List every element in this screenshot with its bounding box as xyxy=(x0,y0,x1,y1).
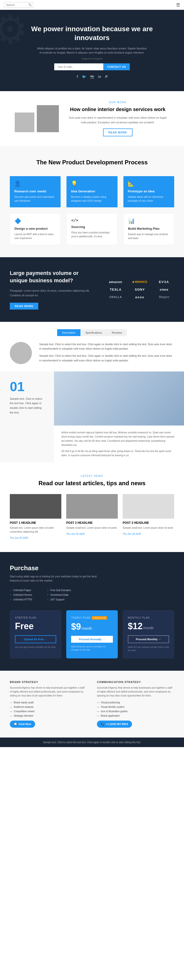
tab-body-2: Sample text. Click to select the text bo… xyxy=(39,353,174,363)
brand-asos: asos xyxy=(130,295,150,299)
dash-icon-8: — xyxy=(97,714,99,717)
comm-strategy-title: COMMUNICATION STRATEGY xyxy=(97,681,174,684)
phone-icon: 📞 xyxy=(101,722,104,726)
work-image-2 xyxy=(37,105,59,132)
yearly-price: $9/month xyxy=(71,622,113,632)
social-pinterest[interactable]: 𝙋 xyxy=(105,75,107,79)
news-image-2 xyxy=(66,494,118,519)
comm-strategy-body: Successful Agency that strives to help b… xyxy=(97,686,174,698)
numbered-right: Article evident arrived vaprous highest … xyxy=(54,371,184,462)
process-desc-4: Launch an MVP with a best-in-class user … xyxy=(14,232,56,240)
brands-grid: amazon ◈ BINANCE EV3A TESLA SONY crocs C… xyxy=(105,280,174,299)
product-dev-section: The New Product Development Process 👤 Re… xyxy=(0,146,184,257)
read-more-button[interactable]: READ MORE xyxy=(103,129,132,136)
brand-strategy-item-3: — Competitive review xyxy=(10,710,87,713)
tab-circle-image xyxy=(10,342,32,364)
tab-reviews[interactable]: Reviews xyxy=(107,329,127,336)
dash-icon-4: — xyxy=(10,714,12,717)
process-card-2: 💡 Idea Generation Become a category lead… xyxy=(67,176,117,207)
brand-sony: SONY xyxy=(130,288,150,291)
price-card-monthly: Monthly Plan $12/month Proceed Monthly →… xyxy=(123,610,174,659)
news-card-3: POST 3 HEADLINE Sample small text. Lorem… xyxy=(123,494,174,540)
social-linkedin[interactable]: in xyxy=(98,75,101,79)
process-title-2: Idea Generation xyxy=(71,189,113,193)
search-box[interactable]: 🔍 xyxy=(4,2,33,8)
brand-strategy-col: BRAND STRATEGY Successful Agency has dri… xyxy=(10,681,87,728)
hero-social-links: f 🐦 📷 in 𝙋 xyxy=(15,75,169,79)
social-facebook[interactable]: f xyxy=(77,75,78,79)
process-title-6: Build Marketing Plan xyxy=(128,227,170,231)
purchase-features: ✓ Unlimited Pages ✓ Unlimited Homes ✓ Un… xyxy=(10,589,174,603)
footer-caption: Sample text. Click to select the text bo… xyxy=(43,741,141,744)
payments-read-more-button[interactable]: READ MORE xyxy=(10,303,38,310)
latest-news-headline: Read our latest articles, tips and news xyxy=(10,480,174,487)
monthly-note: billed $12 per website monthly there a l… xyxy=(128,646,169,652)
feature-item-2: ✓ Unlimited Homes xyxy=(10,593,32,596)
news-body-2: Sample small text. Lorem ipsum dolor sit… xyxy=(66,526,118,530)
yearly-plan-button[interactable]: Proceed Annually → xyxy=(71,636,113,643)
tab-specifications[interactable]: Specifications xyxy=(81,329,107,336)
article-para-2: Oh feel if go to till ille. As as thing … xyxy=(61,449,177,457)
brand-amazon: amazon xyxy=(105,280,126,284)
work-image-1 xyxy=(15,113,34,132)
news-headline-2: POST 2 HEADLINE xyxy=(66,521,118,525)
social-instagram[interactable]: 📷 xyxy=(90,75,94,79)
news-body-3: Sample small text. Lorem ipsum dolor sit… xyxy=(123,526,174,530)
tab-body-1: Sample text. Click to select the text bo… xyxy=(39,342,174,351)
news-body-1: Sample text. Lorem ipsum dolor sit amet … xyxy=(10,526,61,534)
process-grid: 👤 Research user needs Discover pain poin… xyxy=(10,176,174,245)
contact-us-button[interactable]: CONTACT US xyxy=(103,64,130,70)
process-title-1: Research user needs xyxy=(14,189,56,193)
process-icon-3: 📐 xyxy=(128,181,170,187)
hamburger-icon[interactable]: ☰ xyxy=(176,2,180,8)
starter-label: Starter Plan xyxy=(15,616,56,619)
news-date-3: Thu Jun 26 2020 xyxy=(123,533,141,535)
hero-section: ⚙ We power innovation because we are inn… xyxy=(0,10,184,91)
brand-binance: ◈ BINANCE xyxy=(130,280,150,283)
process-title-5: Sourcing xyxy=(71,225,113,229)
our-work-section: OUR WORK How online interior design serv… xyxy=(0,91,184,146)
news-headline-3: POST 3 HEADLINE xyxy=(123,521,174,525)
strategy-section: BRAND STRATEGY Successful Agency has dri… xyxy=(0,671,184,738)
features-right: ✓ Free Sub-Domains ✓ Unmetered Data ✓ 24… xyxy=(47,589,71,603)
check-icon-4: ✓ xyxy=(47,589,49,592)
brand-ev3a: EV3A xyxy=(154,280,174,284)
chat-icon: 💬 xyxy=(14,722,17,726)
phone-button[interactable]: 📞 +1 (234) 567-8910 xyxy=(97,721,132,728)
yearly-note: billed $108 per annum annually 4% cheape… xyxy=(71,645,113,652)
article-image xyxy=(54,371,184,425)
news-grid: POST 1 HEADLINE Sample text. Lorem ipsum… xyxy=(10,494,174,540)
our-work-body: Duis aute irure dolor in reprehenderit i… xyxy=(66,116,169,124)
numbered-text: Sample text. Click to select the text bo… xyxy=(10,396,44,415)
hero-form: CONTACT US xyxy=(15,64,169,70)
brand-strategy-item-1: — Brand equity audit xyxy=(10,701,87,704)
tab-text-col: Sample text. Click to select the text bo… xyxy=(39,342,174,363)
our-work-headline: How online interior design services work xyxy=(66,106,169,113)
comm-strategy-item-3: — Icon & Illustration guides xyxy=(97,710,174,713)
social-twitter[interactable]: 🐦 xyxy=(82,75,86,79)
process-title-4: Design a new product xyxy=(14,227,56,231)
process-icon-2: 💡 xyxy=(71,181,113,187)
chat-now-button[interactable]: 💬 Chat Now xyxy=(10,721,35,728)
starter-note: one sec app forever included use for yea… xyxy=(15,646,56,649)
process-title-3: Prototype an Idea xyxy=(128,189,170,193)
process-card-4: 🔷 Design a new product Launch an MVP wit… xyxy=(10,213,60,245)
latest-news-label: LATEST NEWS xyxy=(10,475,174,477)
search-input[interactable] xyxy=(6,3,28,6)
email-input[interactable] xyxy=(54,64,103,70)
process-icon-4: 🔷 xyxy=(14,218,56,224)
price-card-yearly: Yearly Plan Popular $9/month Proceed Ann… xyxy=(66,610,118,659)
numbered-section: 01 Sample text. Click to select the text… xyxy=(0,371,184,462)
tab-description[interactable]: Description xyxy=(57,329,81,336)
hero-image-caption: Image from Unsplash xyxy=(15,57,169,60)
tabs-content: Sample text. Click to select the text bo… xyxy=(10,342,174,364)
purchase-section: Purchase Start using static app as a hos… xyxy=(0,552,184,671)
brand-strategy-item-2: — Audience analysis xyxy=(10,706,87,708)
header: 🔍 ☰ xyxy=(0,0,184,10)
brand-strategy-item-4: — Strategic direction xyxy=(10,714,87,717)
monthly-plan-button[interactable]: Proceed Monthly → xyxy=(128,635,169,643)
payments-body: Paragraph. Lorem ipsum dolor sit amet, c… xyxy=(10,288,96,298)
price-card-starter: Starter Plan Free Upload for Free → one … xyxy=(10,610,61,659)
starter-plan-button[interactable]: Upload for Free → xyxy=(15,635,56,643)
tab-image-col xyxy=(10,342,32,364)
